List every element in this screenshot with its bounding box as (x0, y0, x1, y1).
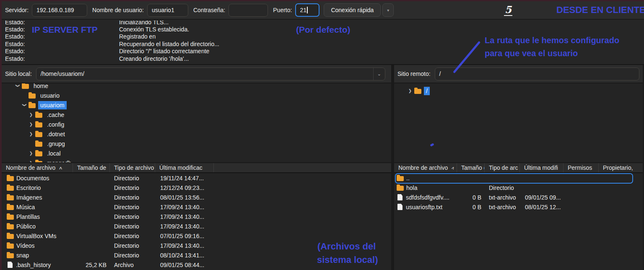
status-message: Conexión TLS establecida. (119, 26, 189, 33)
folder-icon (35, 142, 42, 147)
status-log-line: Estado: Conexión TLS establecida. (5, 26, 644, 33)
quickconnect-button[interactable]: Conexión rápida (324, 3, 381, 17)
tree-item[interactable]: .cache (2, 110, 391, 119)
column-header-label: Permisos (568, 164, 592, 171)
file-type: txt-archivo (485, 204, 520, 210)
tree-item[interactable]: usuario (2, 91, 391, 100)
column-header-label: Tamaño de (461, 164, 485, 171)
file-type: Directorio (110, 175, 155, 182)
column-header[interactable]: Tipo de archivo ∧ (110, 163, 155, 172)
column-header[interactable]: Permisos ∧ (564, 163, 599, 172)
status-log-line: Estado: Registrado en (5, 33, 644, 40)
file-type-icon (397, 186, 404, 191)
folder-icon (29, 93, 36, 99)
tree-expander-icon[interactable] (28, 132, 34, 136)
dropdown-arrow-icon: ▾ (387, 8, 389, 13)
status-label: Estado: (5, 33, 119, 40)
column-header[interactable]: Tamaño de ∧ (73, 163, 110, 172)
column-header[interactable]: Última modificac ∧ (155, 163, 214, 172)
file-type-icon (397, 194, 402, 200)
local-list-header: Nombre de archivo ∧ Tamaño de ∧ Tipo de … (2, 163, 391, 173)
file-type: txt-archivo (485, 194, 520, 201)
local-directory-tree: home usuario usuariom (2, 83, 391, 163)
column-header-label: Última modifi (524, 164, 558, 171)
column-header-label: Nombre de archivo (398, 164, 448, 171)
file-row[interactable]: Imágenes Directorio 08/01/25 13:56... (2, 192, 391, 202)
tree-expander-icon[interactable] (14, 83, 21, 88)
status-log-lines: Estado: Inicializando TLS... Estado: Con… (2, 21, 644, 62)
port-label: Puerto: (273, 7, 292, 13)
tree-item[interactable]: .config (2, 119, 391, 129)
column-header-label: Nombre de archivo (6, 164, 55, 171)
file-type: Directorio (110, 213, 155, 220)
column-header[interactable]: Tipo de arc ∧ (485, 163, 520, 172)
local-path-input[interactable]: /home/usuariom/ ⌄ (36, 68, 385, 80)
file-row[interactable]: Escritorio Directorio 12/12/24 09:23... (2, 183, 391, 192)
file-type: Archivo (110, 262, 155, 268)
file-row[interactable]: .bash_history 25,2 KB Archivo 09/01/25 0… (2, 260, 391, 270)
text-cursor (307, 7, 308, 13)
column-header-label: Propietario, (603, 164, 633, 171)
file-modified: 17/09/24 13:40... (155, 223, 214, 230)
file-row[interactable]: .. (394, 173, 644, 183)
file-type: Directorio (110, 233, 155, 239)
username-label: Nombre de usuario: (92, 7, 144, 13)
column-header[interactable]: Nombre de archivo ∧ (394, 163, 457, 172)
file-row[interactable]: sdfdsfsdfgvdfv.... 0 B txt-archivo 09/01… (394, 192, 644, 202)
tree-expander-icon[interactable] (21, 103, 28, 107)
file-row[interactable]: Música Directorio 17/09/24 13:40... (2, 202, 391, 212)
column-header[interactable]: Propietario, ∧ (599, 163, 644, 172)
tree-item[interactable]: .dotnet (2, 129, 391, 139)
password-input[interactable] (229, 4, 268, 17)
tree-item[interactable]: .gnupg (2, 139, 391, 148)
tree-expander-icon[interactable] (28, 122, 34, 127)
panel-divider[interactable] (391, 65, 394, 270)
status-message: Creando directorio '/hola'... (119, 55, 189, 62)
status-log-line: Estado: Inicializando TLS... (5, 21, 644, 26)
tree-item[interactable]: home (2, 83, 391, 91)
file-name: Escritorio (16, 184, 41, 191)
file-modified: 08/01/25 13:56... (155, 194, 214, 201)
column-header-label: Tipo de arc (489, 164, 518, 171)
username-input[interactable] (147, 4, 188, 17)
status-label: Estado: (5, 21, 119, 26)
file-type-icon (7, 195, 14, 200)
tree-item[interactable]: mongodb (2, 158, 391, 163)
tree-expander-icon[interactable] (407, 88, 413, 93)
file-name: Vídeos (16, 242, 35, 249)
file-row[interactable]: VirtualBox VMs Directorio 07/01/25 09:16… (2, 231, 391, 241)
file-row[interactable]: usuariosftp.txt 0 B txt-archivo 08/01/25… (394, 202, 644, 212)
tree-item[interactable]: / (394, 86, 644, 96)
status-log: Estado: Inicializando TLS... Estado: Con… (2, 21, 644, 65)
file-row[interactable]: snap Directorio 08/10/24 13:41... (2, 250, 391, 260)
remote-path-input[interactable]: / (435, 68, 639, 80)
tree-expander-icon[interactable] (28, 151, 34, 156)
file-row[interactable]: Documentos Directorio 19/11/24 14:47... (2, 173, 391, 183)
file-row[interactable]: hola Directorio (394, 183, 644, 192)
file-row[interactable]: Vídeos Directorio 17/09/24 13:40... (2, 241, 391, 250)
chevron-down-icon[interactable]: ⌄ (373, 68, 385, 80)
file-type-icon (397, 204, 402, 210)
file-row[interactable]: Plantillas Directorio 17/09/24 13:40... (2, 212, 391, 221)
file-name: .. (406, 175, 410, 182)
tree-expander-icon[interactable] (28, 112, 34, 117)
column-header[interactable]: Última modifi ∧ (520, 163, 564, 172)
port-input[interactable]: 21 (295, 3, 319, 17)
file-modified: 17/09/24 13:40... (155, 242, 214, 249)
quickconnect-dropdown-button[interactable]: ▾ (382, 3, 394, 17)
remote-directory-tree: / (394, 83, 644, 163)
server-input[interactable] (32, 4, 87, 17)
status-log-line: Estado: Directorio "/" listado correctam… (5, 48, 644, 55)
tree-item[interactable]: usuariom (2, 100, 391, 110)
column-header[interactable]: Nombre de archivo ∧ (2, 163, 73, 172)
sort-arrow-icon: ∧ (451, 165, 456, 170)
tree-item[interactable]: .local (2, 148, 391, 158)
file-modified: 09/01/25 08:44... (155, 262, 214, 268)
file-row[interactable]: Público Directorio 17/09/24 13:40... (2, 221, 391, 231)
file-modified: 19/11/24 14:47... (155, 175, 214, 182)
column-header[interactable]: Tamaño de ∧ (457, 163, 485, 172)
folder-icon (29, 103, 36, 108)
folder-icon (35, 151, 42, 156)
local-pathbar: Sitio local: /home/usuariom/ ⌄ (2, 65, 391, 83)
status-label: Estado: (5, 55, 119, 62)
